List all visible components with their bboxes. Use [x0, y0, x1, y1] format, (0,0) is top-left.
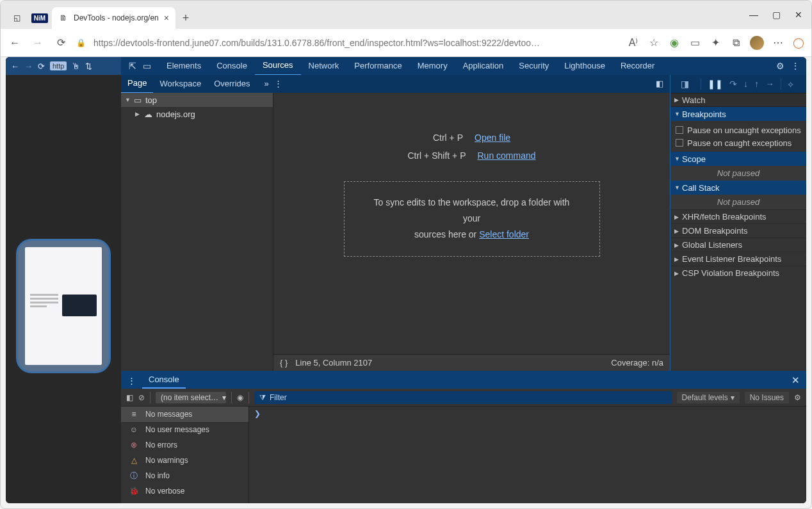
tab-recorder[interactable]: Recorder	[613, 57, 662, 75]
collections-icon[interactable]: ⧉	[729, 37, 742, 49]
pinned-tab-nim[interactable]: NiM	[29, 7, 51, 29]
subtab-kebab-icon[interactable]: ⋮	[274, 79, 282, 88]
section-globals[interactable]: ▶Global Listeners	[670, 238, 806, 252]
tree-top[interactable]: ▼ ▭ top	[121, 93, 273, 107]
avatar[interactable]	[750, 36, 764, 50]
pause-icon[interactable]: ❚❚	[708, 79, 723, 89]
settings-icon[interactable]: ⚙	[776, 61, 784, 71]
pinned-tab-workspaces[interactable]: ◱	[6, 7, 28, 29]
subtab-workspace[interactable]: Workspace	[153, 75, 207, 93]
msgs-user[interactable]: ☺No user messages	[121, 422, 248, 437]
browser-tab-devtools[interactable]: 🗎 DevTools - nodejs.org/en ×	[52, 7, 175, 29]
section-xhr[interactable]: ▶XHR/fetch Breakpoints	[670, 209, 806, 223]
filter-icon: ⧩	[259, 393, 266, 402]
issues-chip[interactable]: No Issues	[745, 392, 789, 403]
maximize-icon[interactable]: ▢	[772, 10, 781, 20]
section-evt[interactable]: ▶Event Listener Breakpoints	[670, 252, 806, 266]
scope-not-paused: Not paused	[670, 166, 806, 181]
levels-dropdown[interactable]: Default levels▾	[677, 392, 740, 403]
msgs-info[interactable]: ⓘNo info	[121, 468, 248, 483]
read-aloud-icon[interactable]: A⁾	[627, 36, 640, 49]
tab-console[interactable]: Console	[209, 57, 255, 75]
drawer-tab-console[interactable]: Console	[142, 372, 186, 389]
kebab-icon[interactable]: ⋮	[791, 61, 800, 71]
toggle-navigator-icon[interactable]: ◧	[656, 79, 663, 88]
ext1-icon[interactable]: ◉	[668, 36, 681, 49]
sources-subtabs: Page Workspace Overrides » ⋮ ◧	[121, 75, 670, 93]
more-icon[interactable]: ⋯	[772, 36, 784, 49]
tab-performance[interactable]: Performance	[346, 57, 409, 75]
url-text[interactable]: https://devtools-frontend.june07.com/bui…	[93, 38, 619, 48]
pretty-print-icon[interactable]: { }	[280, 358, 288, 368]
subtab-overrides[interactable]: Overrides	[207, 75, 256, 93]
chk-caught[interactable]: Pause on caught exceptions	[676, 136, 801, 149]
chevrons-icon[interactable]: »	[264, 79, 269, 88]
reload-icon[interactable]: ⟳	[53, 36, 69, 49]
tab-sources[interactable]: Sources	[255, 57, 301, 76]
section-callstack[interactable]: ▼Call Stack	[670, 181, 806, 195]
sync-icon[interactable]: ⇅	[85, 61, 92, 71]
window-controls: — ▢ ✕	[749, 10, 811, 29]
live-expression-icon[interactable]: ◉	[237, 393, 243, 402]
cube-icon: ◱	[12, 13, 22, 23]
mouse-icon[interactable]: 🖱	[72, 61, 80, 71]
section-csp[interactable]: ▶CSP Violation Breakpoints	[670, 266, 806, 280]
deactivate-bp-icon[interactable]: ⟡	[788, 79, 793, 90]
lock-icon[interactable]: 🔒	[76, 38, 86, 47]
device-icon[interactable]: ▭	[143, 61, 151, 71]
drawer-close-icon[interactable]: ✕	[785, 375, 806, 386]
drawer-kebab-icon[interactable]: ⋮	[121, 376, 142, 385]
tab-security[interactable]: Security	[511, 57, 556, 75]
inspect-icon[interactable]: ⇱	[129, 61, 136, 71]
console-drawer: ⋮ Console ✕ ◧ ⊘ (no item select…▾ ◉ ⧩ Fi…	[121, 371, 806, 503]
copilot-icon[interactable]: ◯	[792, 36, 805, 49]
forward-icon: →	[30, 37, 45, 49]
run-command-link[interactable]: Run command	[478, 150, 536, 161]
msgs-verbose[interactable]: 🐞No verbose	[121, 483, 248, 499]
open-file-link[interactable]: Open file	[475, 133, 510, 143]
toggle-sidebar-icon[interactable]: ◧	[126, 393, 133, 402]
file-tree[interactable]: ▼ ▭ top ▶ ☁ nodejs.org	[121, 93, 273, 371]
cursor-position: Line 5, Column 2107	[295, 358, 372, 368]
section-dom[interactable]: ▶DOM Breakpoints	[670, 223, 806, 238]
favorite-icon[interactable]: ☆	[647, 36, 660, 49]
tree-site[interactable]: ▶ ☁ nodejs.org	[121, 107, 273, 121]
back-icon[interactable]: ←	[7, 37, 22, 49]
step-out-icon: ↑	[754, 79, 759, 89]
new-tab-button[interactable]: +	[177, 12, 195, 29]
devtools-area: ← → ⟳ http 🖱 ⇅ ⇱ ▭ Elements Console Sour…	[6, 57, 806, 503]
tab-network[interactable]: Network	[301, 57, 347, 75]
ext2-icon[interactable]: ▭	[688, 36, 701, 49]
section-watch[interactable]: ▶Watch	[670, 93, 806, 107]
filter-input[interactable]: ⧩ Filter	[254, 391, 672, 404]
page-thumbnail[interactable]	[16, 239, 111, 373]
console-output[interactable]: ❯	[249, 407, 806, 503]
drawer-tabbar: ⋮ Console ✕	[121, 372, 806, 389]
subtab-page[interactable]: Page	[121, 74, 153, 93]
msgs-all[interactable]: ≡No messages	[121, 407, 248, 422]
minimize-icon[interactable]: —	[749, 10, 758, 20]
tab-elements[interactable]: Elements	[159, 57, 209, 75]
tab-application[interactable]: Application	[455, 57, 512, 75]
inner-reload-icon[interactable]: ⟳	[38, 61, 45, 71]
drop-text-a: To sync edits to the workspace, drop a f…	[374, 197, 570, 223]
section-scope[interactable]: ▼Scope	[670, 152, 806, 166]
close-tab-icon[interactable]: ×	[164, 13, 169, 23]
clear-console-icon[interactable]: ⊘	[138, 393, 145, 402]
tab-lighthouse[interactable]: Lighthouse	[556, 57, 613, 75]
section-breakpoints[interactable]: ▼Breakpoints	[670, 107, 806, 121]
context-dropdown[interactable]: (no item select…▾	[156, 392, 226, 403]
cloud-icon: ☁	[144, 109, 152, 119]
chk-uncaught[interactable]: Pause on uncaught exceptions	[676, 124, 801, 136]
msgs-warnings[interactable]: △No warnings	[121, 453, 248, 468]
tab-memory[interactable]: Memory	[410, 57, 455, 75]
close-window-icon[interactable]: ✕	[795, 10, 802, 20]
toggle-rightpane-icon[interactable]: ◨	[676, 79, 694, 89]
workspace-drop-zone[interactable]: To sync edits to the workspace, drop a f…	[344, 181, 600, 257]
inner-back-icon[interactable]: ←	[11, 61, 19, 71]
select-folder-link[interactable]: Select folder	[479, 229, 529, 239]
console-settings-icon[interactable]: ⚙	[794, 393, 801, 402]
extensions-icon[interactable]: ✦	[709, 36, 722, 49]
tree-label-top: top	[145, 95, 157, 105]
msgs-errors[interactable]: ⊗No errors	[121, 437, 248, 453]
